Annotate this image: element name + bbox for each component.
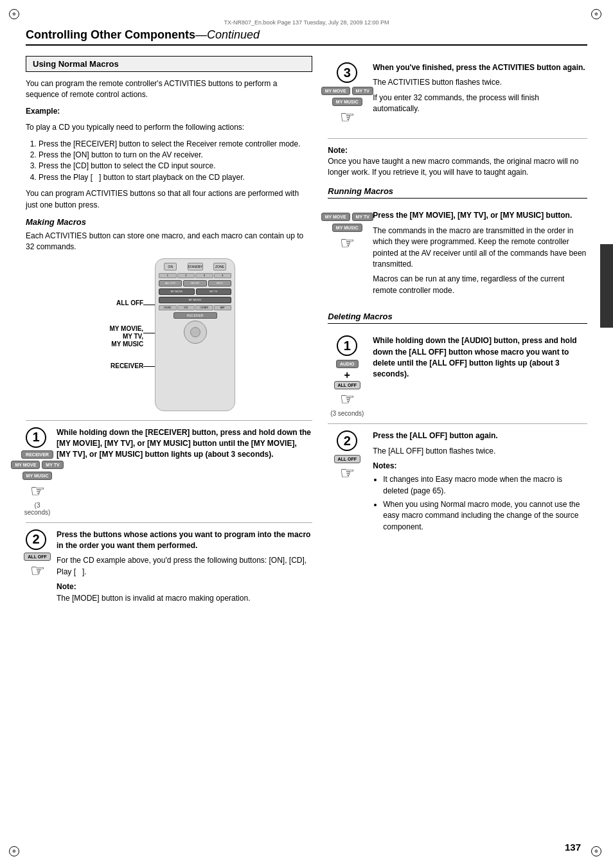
del2-alloff-btn: ALL OFF bbox=[334, 455, 360, 463]
run-mymusic-btn: MY MUSIC bbox=[332, 224, 362, 232]
example-label: Example: bbox=[26, 106, 312, 117]
alloff-button-icon: ALL OFF bbox=[24, 553, 50, 561]
running-macros-section: Running Macros MY MOVE MY TV MY MUSIC ☞ bbox=[328, 186, 587, 303]
del-step-1-label: (3 seconds) bbox=[330, 410, 364, 417]
remote-mymusic-btn: MY MUSIC bbox=[159, 297, 231, 303]
del-step-1-row: 1 AUDIO + ALL OFF ☞ (3 seconds) While ho… bbox=[328, 329, 587, 423]
list-item: Press the Play [ ] button to start playb… bbox=[39, 172, 312, 183]
del-step-2-bold: Press the [ALL OFF] button again. bbox=[373, 431, 497, 440]
remote-btn: SETUP bbox=[183, 280, 206, 287]
remote-nav-circle bbox=[184, 321, 207, 344]
step-1-bold: While holding down the [RECEIVER] button… bbox=[57, 428, 311, 459]
step-1-num-box: 1 RECEIVER MY MOVE MY TV MY MUSIC ☞ (3 s… bbox=[26, 427, 49, 516]
remote-num-btn: 1 bbox=[159, 273, 177, 278]
mymovie-button-icon: MY MOVE bbox=[11, 461, 40, 469]
step-3-bold: When you've finished, press the ACTIVITI… bbox=[373, 63, 585, 72]
del-step-1-bold: While holding down the [AUDIO] button, p… bbox=[373, 336, 576, 378]
step-3-left: 3 MY MOVE MY TV MY MUSIC ☞ bbox=[328, 62, 366, 125]
step-2-content: Press the buttons whose actions you want… bbox=[57, 529, 312, 604]
receiver-button-icon: RECEIVER bbox=[21, 450, 53, 459]
step-1-row: 1 RECEIVER MY MOVE MY TV MY MUSIC ☞ (3 s… bbox=[26, 420, 312, 522]
label-mymovie: MY MOVIE,MY TV,MY MUSIC bbox=[98, 325, 143, 348]
running-step-row: MY MOVE MY TV MY MUSIC ☞ Press the [MY M… bbox=[328, 204, 587, 303]
step-3-row: 3 MY MOVE MY TV MY MUSIC ☞ When you've f… bbox=[328, 56, 587, 132]
deleting-macros-title: Deleting Macros bbox=[328, 312, 587, 324]
file-info: TX-NR807_En.book Page 137 Tuesday, July … bbox=[26, 19, 587, 26]
running-step-left: MY MOVE MY TV MY MUSIC ☞ bbox=[328, 210, 366, 296]
remote-standby-btn: STANDBY bbox=[188, 263, 203, 270]
step3-mymovie-btn: MY MOVE bbox=[321, 87, 350, 95]
remote-receiver-btn: RECEIVER bbox=[173, 312, 217, 319]
remote-misc-btn: AMP bbox=[214, 305, 232, 310]
note-text: Note:Once you have taught a new macro co… bbox=[328, 145, 587, 177]
finger-icon-del2: ☞ bbox=[340, 465, 355, 481]
running-extra: Macros can be run at any time, regardles… bbox=[373, 274, 587, 296]
two-col-layout: Using Normal Macros You can program the … bbox=[26, 56, 587, 610]
running-body: The commands in the macro are transmitte… bbox=[373, 226, 587, 270]
remote-nav-center bbox=[190, 327, 200, 337]
del-step-1-num: 1 bbox=[337, 335, 357, 356]
remote-num-btn: 3 bbox=[195, 273, 213, 278]
del-alloff-button-icon: ALL OFF bbox=[334, 381, 360, 389]
del-step-2-row: 2 ALL OFF ☞ Press the [ALL OFF] button a… bbox=[328, 423, 587, 539]
finger-icon: ☞ bbox=[30, 483, 45, 499]
right-column: 3 MY MOVE MY TV MY MUSIC ☞ When you've f… bbox=[328, 56, 587, 610]
remote-misc-btn: CD/TAPE bbox=[195, 305, 213, 310]
finger-icon-run: ☞ bbox=[340, 235, 355, 251]
list-item: Press the [ON] button to turn on the AV … bbox=[39, 150, 312, 161]
step-2-num-box: 2 ALL OFF ☞ bbox=[26, 529, 49, 604]
step3-mymusic-btn: MY MUSIC bbox=[332, 98, 362, 106]
del-note-1: It changes into Easy macro mode when the… bbox=[383, 474, 587, 497]
right-tab bbox=[600, 244, 613, 328]
del-step-2-icon: ALL OFF ☞ bbox=[334, 455, 360, 481]
step-2-body: For the CD example above, you'd press th… bbox=[57, 555, 312, 578]
page: ⊕ ⊕ ⊕ ⊕ TX-NR807_En.book Page 137 Tuesda… bbox=[0, 0, 613, 868]
making-macros-title: Making Macros bbox=[26, 217, 312, 227]
del-step-1-icon: AUDIO + ALL OFF ☞ (3 seconds) bbox=[330, 360, 364, 417]
del-step-1-left: 1 AUDIO + ALL OFF ☞ (3 seconds) bbox=[328, 335, 366, 417]
label-receiver: RECEIVER bbox=[98, 362, 143, 369]
list-item: Press the [RECEIVER] button to select th… bbox=[39, 139, 312, 150]
conclusion-text: You can program ACTIVITIES buttons so th… bbox=[26, 188, 312, 211]
remote-num-btn: 2 bbox=[177, 273, 195, 278]
del-step-2-body: The [ALL OFF] button flashes twice. bbox=[373, 446, 587, 457]
step-1-content: While holding down the [RECEIVER] button… bbox=[57, 427, 312, 516]
step-3-icon: MY MOVE MY TV MY MUSIC ☞ bbox=[321, 87, 373, 125]
intro-text: You can program the remote controller's … bbox=[26, 78, 312, 101]
step-3-num: 3 bbox=[337, 62, 357, 83]
remote-misc-btn: VCR bbox=[177, 305, 195, 310]
step-2-row: 2 ALL OFF ☞ Press the buttons whose acti… bbox=[26, 522, 312, 610]
run-mymovie-btn: MY MOVE bbox=[321, 213, 350, 221]
remote-btn: INFO bbox=[208, 280, 231, 287]
example-text: To play a CD you typically need to perfo… bbox=[26, 122, 312, 133]
remote-diagram: ALL OFF MY MOVIE,MY TV,MY MUSIC RECEIVER… bbox=[98, 258, 240, 412]
del-step-2-notes-label: Notes: bbox=[373, 461, 587, 472]
running-macros-title: Running Macros bbox=[328, 186, 587, 199]
finger-icon-del1: ☞ bbox=[340, 391, 355, 407]
step-2-note: Note:The [MODE] button is invalid at mac… bbox=[57, 581, 312, 604]
running-icon: MY MOVE MY TV MY MUSIC ☞ bbox=[321, 213, 373, 251]
mymusic-button-icon: MY MUSIC bbox=[22, 472, 53, 480]
step-3-body: The ACTIVITIES button flashes twice. bbox=[373, 77, 587, 88]
heading-italic: —Continued bbox=[195, 28, 260, 42]
heading-bold: Controlling Other Components bbox=[26, 28, 195, 42]
finger-icon-2: ☞ bbox=[30, 562, 45, 579]
step-3-extra: If you enter 32 commands, the process wi… bbox=[373, 93, 587, 115]
del-note-2: When you using Normal macro mode, you ca… bbox=[383, 499, 587, 533]
note-section: Note:Once you have taught a new macro co… bbox=[328, 145, 587, 177]
step-2-icon: ALL OFF ☞ bbox=[26, 553, 49, 579]
page-number: 137 bbox=[565, 842, 581, 853]
making-macros-text: Each ACTIVITIES button can store one mac… bbox=[26, 231, 312, 253]
page-heading: Controlling Other Components —Continued bbox=[26, 28, 587, 46]
remote-on-btn: ON bbox=[164, 263, 177, 270]
deleting-macros-section: Deleting Macros 1 AUDIO + ALL OFF ☞ (3 s… bbox=[328, 312, 587, 539]
run-mytv-btn: MY TV bbox=[352, 213, 373, 221]
list-item: Press the [CD] button to select the CD i… bbox=[39, 161, 312, 172]
corner-bl: ⊕ bbox=[9, 846, 22, 859]
step3-mytv-btn: MY TV bbox=[352, 87, 373, 95]
arrow-receiver bbox=[143, 366, 155, 368]
running-bold: Press the [MY MOVIE], [MY TV], or [MY MU… bbox=[373, 211, 572, 220]
del-step-2-left: 2 ALL OFF ☞ bbox=[328, 430, 366, 533]
remote-alloff-btn: ALL OFF bbox=[159, 280, 182, 287]
audio-button-icon: AUDIO bbox=[336, 360, 359, 368]
